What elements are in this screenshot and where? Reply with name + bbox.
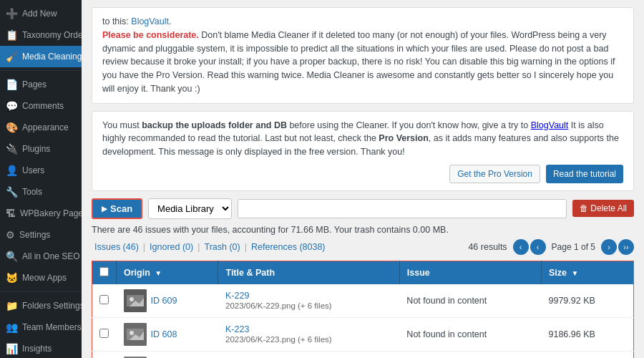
row-title-link[interactable]: K-223 <box>225 324 392 334</box>
taxonomy-order-icon: 📋 <box>6 29 18 41</box>
stats-line: There are 46 issues with your files, acc… <box>92 225 634 235</box>
origin-cell: ID 607 <box>117 351 218 358</box>
sidebar-item-label: Folders Settings <box>22 301 82 311</box>
row-checkbox[interactable] <box>99 295 109 304</box>
row-path: 2023/06/K-229.png (+ 6 files) <box>225 301 332 310</box>
sidebar-item-insights[interactable]: 📊 Insights <box>0 338 82 358</box>
sidebar-item-label: Plugins <box>22 144 50 154</box>
sidebar-item-wpbakery[interactable]: 🏗 WPBakery Page Builder <box>0 203 82 224</box>
delete-all-button[interactable]: 🗑 Delete All <box>572 200 634 217</box>
sidebar-item-appearance[interactable]: 🎨 Appearance <box>0 117 82 138</box>
team-members-icon: 👥 <box>6 321 18 333</box>
scan-button[interactable]: ▶ Scan <box>92 198 142 219</box>
sidebar-item-folders-settings[interactable]: 📁 Folders Settings <box>0 295 82 316</box>
issue-column-header[interactable]: Issue <box>399 261 541 284</box>
sidebar-item-plugins[interactable]: 🔌 Plugins <box>0 138 82 160</box>
search-input[interactable] <box>238 199 567 218</box>
origin-cell: ID 608 <box>117 317 218 351</box>
size-column-header[interactable]: Size ▼ <box>542 261 634 284</box>
blogvault-link-warning[interactable]: BlogVault <box>131 16 169 26</box>
sidebar-item-media-cleaning[interactable]: 🧹 Media Cleaning <box>0 46 82 67</box>
size-cell: 9979.92 KB <box>542 284 634 318</box>
sidebar-item-team-members[interactable]: 👥 Team Members <box>0 316 82 338</box>
blogvault-link-info[interactable]: BlogVault <box>531 120 569 130</box>
title-path-cell: K-229 2023/06/K-229.png (+ 6 files) <box>218 284 399 318</box>
get-pro-version-button[interactable]: Get the Pro Version <box>449 165 540 183</box>
row-checkbox-cell <box>92 317 117 351</box>
row-id-link[interactable]: ID 608 <box>151 329 177 339</box>
read-tutorial-button[interactable]: Read the tutorial <box>546 165 623 183</box>
sidebar-item-all-in-one[interactable]: 🔍 All in One SEO <box>0 246 82 267</box>
sidebar-item-label: Tools <box>22 187 42 197</box>
main-content: to this: BlogVault. Please be considerat… <box>82 0 644 358</box>
size-cell: 9038.34 KB <box>542 351 634 358</box>
origin-column-header[interactable]: Origin ▼ <box>117 261 218 284</box>
sidebar-separator <box>0 70 82 71</box>
scan-toolbar: ▶ Scan Media Library Theme Files Plugin … <box>92 198 634 219</box>
results-count: 46 results <box>468 242 507 252</box>
settings-icon: ⚙ <box>6 229 15 241</box>
stats-text: There are 46 issues with your files, acc… <box>92 225 449 235</box>
meow-apps-icon: 🐱 <box>6 272 18 284</box>
prev-page-button[interactable]: ‹ <box>513 239 529 255</box>
sidebar-item-settings[interactable]: ⚙ Settings <box>0 224 82 246</box>
info-text-before: You must <box>102 120 142 130</box>
select-all-checkbox[interactable] <box>99 267 109 276</box>
pages-icon: 📄 <box>6 79 18 90</box>
insights-icon: 📊 <box>6 343 18 354</box>
tab-ignored[interactable]: Ignored (0) <box>147 241 196 253</box>
sidebar-item-label: Pages <box>22 79 47 90</box>
info-box: You must backup the uploads folder and D… <box>92 111 634 191</box>
issue-cell: Not found in content <box>399 351 541 358</box>
plugins-icon: 🔌 <box>6 143 18 155</box>
row-thumbnail <box>124 289 147 312</box>
row-issue: Not found in content <box>406 296 487 306</box>
tab-references[interactable]: References (8038) <box>248 241 328 253</box>
row-title-link[interactable]: K-229 <box>225 291 392 301</box>
title-path-cell: K-223 2023/06/K-223.png (+ 6 files) <box>218 317 399 351</box>
sidebar-item-taxonomy-order[interactable]: 📋 Taxonomy Order <box>0 24 82 46</box>
sidebar-item-add-new[interactable]: ➕ Add New <box>0 3 82 24</box>
sidebar-item-pages[interactable]: 📄 Pages <box>0 74 82 95</box>
sidebar-item-users[interactable]: 👤 Users <box>0 160 82 181</box>
title-path-column-header[interactable]: Title & Path <box>218 261 399 284</box>
users-icon: 👤 <box>6 165 18 176</box>
sidebar-item-label: WPBakery Page Builder <box>20 208 82 218</box>
pagination-buttons: ‹ ‹ <box>513 239 546 255</box>
page-label: Page 1 of 5 <box>552 242 595 252</box>
checkbox-header[interactable] <box>92 261 117 284</box>
sidebar-item-label: Add New <box>22 9 57 19</box>
issues-tabs: Issues (46) | Ignored (0) | Trash (0) | … <box>92 239 634 255</box>
sidebar-item-tools[interactable]: 🔧 Tools <box>0 181 82 203</box>
library-select[interactable]: Media Library Theme Files Plugin Files <box>148 198 232 219</box>
origin-sort-icon: ▼ <box>155 269 162 277</box>
tab-trash[interactable]: Trash (0) <box>202 241 243 253</box>
row-path: 2023/06/K-223.png (+ 6 files) <box>225 335 332 344</box>
sidebar-item-label: Appearance <box>22 122 69 132</box>
sidebar-item-label: Media Cleaning <box>22 52 82 62</box>
next-page-button[interactable]: › <box>601 239 617 255</box>
appearance-icon: 🎨 <box>6 122 18 133</box>
info-bold2: Pro Version <box>379 133 428 143</box>
sidebar-item-label: Comments <box>22 101 64 111</box>
tools-icon: 🔧 <box>6 186 18 198</box>
prev-pages-button[interactable]: ‹ <box>530 239 546 255</box>
play-icon: ▶ <box>102 205 107 213</box>
size-sort-icon: ▼ <box>572 269 579 277</box>
sidebar-item-label: Users <box>22 165 44 175</box>
table-row: ID 607 K-218 2023/06/K-218.png (+ 6 file… <box>92 351 634 358</box>
sidebar-item-comments[interactable]: 💬 Comments <box>0 95 82 117</box>
row-size: 9979.92 KB <box>549 296 595 306</box>
warning-box: to this: BlogVault. Please be considerat… <box>92 7 634 104</box>
issues-table: Origin ▼ Title & Path Issue Size ▼ <box>92 261 634 358</box>
row-id-link[interactable]: ID 609 <box>151 296 177 306</box>
sidebar-item-label: All in One SEO <box>22 251 80 261</box>
issue-cell: Not found in content <box>399 284 541 318</box>
sidebar-item-meow-apps[interactable]: 🐱 Meow Apps <box>0 267 82 289</box>
row-checkbox[interactable] <box>99 329 109 338</box>
table-header-row: Origin ▼ Title & Path Issue Size ▼ <box>92 261 634 284</box>
tab-issues[interactable]: Issues (46) <box>92 241 142 253</box>
issues-tabs-left: Issues (46) | Ignored (0) | Trash (0) | … <box>92 241 328 253</box>
scan-label: Scan <box>110 203 132 214</box>
last-page-button[interactable]: ›› <box>618 239 634 255</box>
